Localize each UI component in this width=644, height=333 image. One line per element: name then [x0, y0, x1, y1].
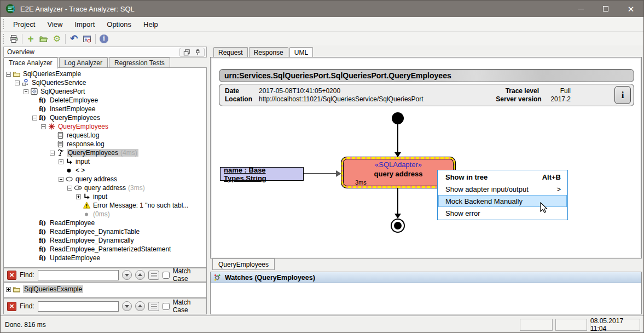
tree-item-sqlqueriesexample-project[interactable]: SqlQueriesExample [6, 285, 206, 294]
menu-help[interactable]: Help [137, 18, 164, 31]
collapse-icon[interactable] [6, 72, 11, 77]
tree-item-sqlqueriesservice[interactable]: SqlQueriesService [15, 78, 206, 87]
menu-view[interactable]: View [41, 18, 68, 31]
info-button-toolbar[interactable]: i [97, 33, 111, 45]
close-find-button[interactable]: ✕ [7, 302, 16, 311]
port-icon [30, 88, 38, 95]
match-case-checkbox[interactable] [163, 272, 170, 279]
trace-window-button[interactable] [80, 33, 94, 45]
collapse-icon[interactable] [41, 124, 46, 129]
watches-header: Watches (QueryEmployees) [211, 272, 641, 283]
close-find-button[interactable]: ✕ [7, 271, 16, 280]
tree-item-label: SqlQueriesPort [40, 88, 85, 95]
tree-item-query-address[interactable]: query address [59, 175, 206, 183]
find-input-2[interactable] [38, 301, 119, 312]
collapse-icon[interactable] [50, 151, 55, 156]
tree-item-input-2[interactable]: input [76, 192, 206, 201]
diagram-bottom-tab[interactable]: QueryEmployees [212, 259, 275, 270]
tab-trace-analyzer[interactable]: Trace Analyzer [3, 58, 58, 68]
overview-title: Overview [4, 48, 34, 56]
tree-item-request-log[interactable]: request.log [50, 131, 206, 140]
minimize-icon [578, 9, 584, 9]
trace-level-label: Trace level [506, 87, 560, 95]
menu-import[interactable]: Import [68, 18, 101, 31]
tree-item-error-message[interactable]: Error Message: 1 "no such tabl... [76, 201, 206, 210]
open-button[interactable] [37, 33, 50, 45]
tree-item-response-log[interactable]: response.log [50, 140, 206, 148]
tree-item-state[interactable]: < > [59, 166, 206, 175]
menu-options[interactable]: Options [101, 18, 137, 31]
close-button[interactable]: ✕ [618, 1, 643, 17]
menu-item-show-adapter-io[interactable]: Show adapter input/output > [438, 183, 567, 195]
tree-item-sqlqueriesexample[interactable]: SqlQueriesExample [6, 70, 206, 78]
expand-icon[interactable] [59, 159, 63, 164]
tree-item-label: query address [76, 175, 117, 183]
tree-item-sqlqueriesport[interactable]: SqlQueriesPort [24, 87, 206, 96]
float-panel-icon[interactable] [183, 49, 190, 56]
undo-button[interactable]: ↶ [67, 33, 80, 45]
final-state-node[interactable] [391, 219, 405, 233]
expand-icon[interactable] [76, 194, 81, 199]
collapse-icon[interactable] [67, 186, 72, 191]
node-stereotype: «SQLAdapter» [343, 160, 454, 169]
tree-item-queryemployees-trace[interactable]: QueryEmployees [41, 122, 206, 131]
trace-tree: SqlQueriesExample SqlQueriesService SqlQ… [3, 67, 207, 268]
tree-item-reademployee[interactable]: f() ReadEmployee [32, 219, 206, 227]
tree-item-insertemployee[interactable]: f() InsertEmployee [32, 105, 206, 113]
collapse-icon[interactable] [32, 116, 37, 120]
collapse-icon[interactable] [24, 89, 28, 94]
find-options-button[interactable] [148, 271, 159, 280]
tree-item-queryemployees[interactable]: f() QueryEmployees [32, 113, 206, 122]
add-button[interactable]: + [24, 33, 37, 45]
info-button[interactable]: i [614, 86, 631, 104]
find-next-button[interactable] [122, 270, 132, 280]
tree-item-end-state[interactable]: (0ms) [76, 210, 206, 219]
arrowhead [394, 152, 401, 157]
tree-item-reademployee-dynamictable[interactable]: f() ReadEmployee_DynamicTable [32, 227, 206, 236]
tree-item-label: SqlQueriesExample [24, 285, 82, 293]
tree-item-label: input [76, 158, 90, 165]
collapse-icon[interactable] [59, 177, 63, 182]
tree-item-label: InsertEmployee [50, 105, 95, 113]
tree-item-label: QueryEmployees [50, 114, 100, 122]
expand-icon[interactable] [6, 287, 11, 292]
tree-item-reademployee-dynamically[interactable]: f() ReadEmployee_Dynamically [32, 236, 206, 245]
project-tree: SqlQueriesExample [3, 282, 207, 298]
tree-item-input[interactable]: input [59, 157, 206, 166]
tree-item-reademployee-parameterizedstatement[interactable]: f() ReadEmployee_ParameterizedStatement [32, 245, 206, 254]
toolbar-grip[interactable] [2, 19, 5, 30]
match-case-checkbox-2[interactable] [163, 303, 170, 310]
tab-request[interactable]: Request [213, 47, 248, 58]
find-input[interactable] [38, 270, 119, 280]
minimize-button[interactable] [568, 1, 593, 17]
tree-item-deleteemployee[interactable]: f() DeleteEmployee [32, 96, 206, 105]
initial-state-node[interactable] [392, 112, 404, 124]
tab-log-analyzer[interactable]: Log Analyzer [59, 58, 108, 68]
tree-item-query-address-call[interactable]: query address (3ms) [67, 183, 206, 192]
tab-uml[interactable]: UML [289, 47, 313, 58]
find-options-button[interactable] [148, 302, 159, 311]
tree-item-queryemployees-activity[interactable]: QueryEmployees (4ms) [50, 148, 206, 157]
tree-item-label: ReadEmployee_Dynamically [50, 237, 134, 244]
tab-response[interactable]: Response [249, 47, 288, 58]
mouse-cursor-icon [540, 202, 548, 213]
find-previous-button[interactable] [135, 270, 145, 280]
node-duration: 3ms [355, 179, 367, 186]
collapse-icon[interactable] [15, 81, 20, 85]
find-previous-button[interactable] [135, 301, 145, 311]
parameter-label-box[interactable]: name : Base Types.String [220, 167, 304, 181]
pin-panel-icon[interactable] [194, 49, 201, 56]
activity-icon [56, 149, 65, 157]
tree-item-label: QueryEmployees [58, 123, 108, 130]
menu-item-label: Show adapter input/output [445, 185, 529, 193]
menu-item-show-in-tree[interactable]: Show in tree Alt+B [438, 171, 567, 183]
menu-project[interactable]: Project [7, 18, 41, 31]
tab-regression-tests[interactable]: Regression Tests [109, 58, 170, 68]
tree-item-updateemployee[interactable]: f() UpdateEmployee [32, 254, 206, 262]
tree-item-duration: (3ms) [128, 184, 145, 192]
maximize-button[interactable] [593, 1, 618, 17]
print-button[interactable] [7, 33, 20, 45]
settings-button[interactable]: ⚙ [50, 33, 63, 45]
find-next-button[interactable] [122, 301, 132, 311]
toolbar-grip-2[interactable] [2, 33, 5, 44]
